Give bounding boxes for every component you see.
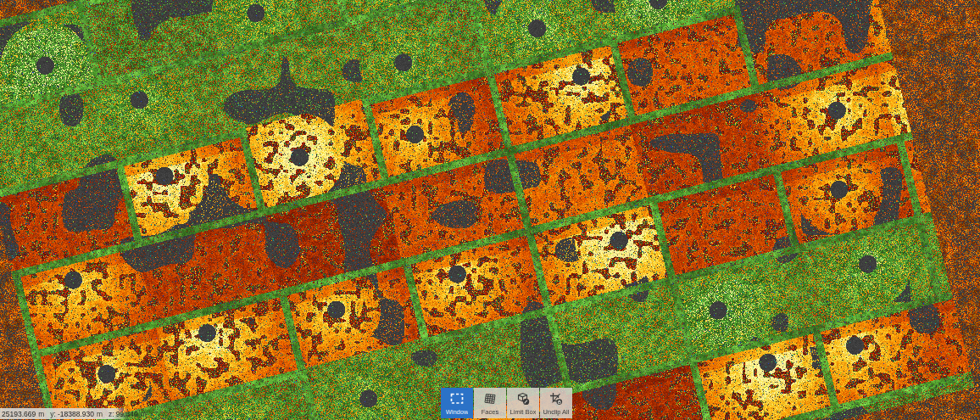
coordinate-statusbar: 25193.669 m y: -18388.930 m z: 99.340 m <box>0 408 129 419</box>
point-cloud-viewport[interactable] <box>0 0 980 420</box>
unclip-all-button-label: Unclip All <box>543 408 570 416</box>
window-button-label: Window <box>446 408 469 416</box>
faces-grid-icon <box>482 390 498 407</box>
faces-button-label: Faces <box>482 408 498 416</box>
coord-z: z: 99.340 m <box>109 410 147 418</box>
unclip-all-button[interactable]: Unclip All <box>540 388 572 418</box>
limit-box-icon <box>515 390 531 407</box>
limit-box-button[interactable]: Limit Box <box>507 388 539 418</box>
unclip-all-icon <box>548 390 564 407</box>
window-selection-icon <box>449 390 465 407</box>
limit-box-button-label: Limit Box <box>510 408 537 416</box>
window-selection-button[interactable]: Window <box>441 388 473 418</box>
clip-selection-toolbar: Window Faces <box>441 388 572 418</box>
coord-y: y: -18388.930 m <box>50 410 103 418</box>
faces-button[interactable]: Faces <box>474 388 506 418</box>
point-cloud-app-window: Window Faces <box>0 0 980 420</box>
coord-x: 25193.669 m <box>0 410 44 418</box>
